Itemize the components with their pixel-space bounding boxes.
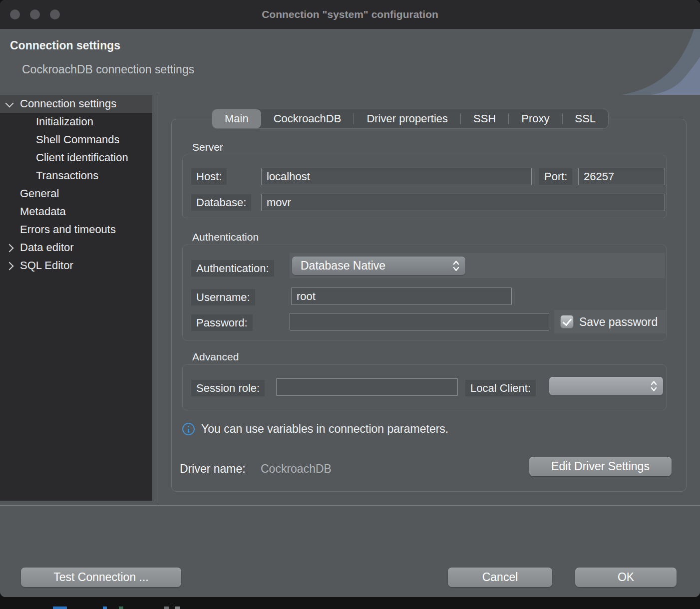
edit-driver-settings-button[interactable]: Edit Driver Settings — [529, 457, 672, 476]
driver-name-value: CockroachDB — [261, 462, 332, 476]
updown-chevrons-icon — [452, 260, 460, 272]
sidebar-item-initialization[interactable]: Initialization — [0, 113, 152, 131]
chevron-down-icon[interactable] — [5, 99, 14, 108]
connection-tabs: Main CockroachDB Driver properties SSH P… — [212, 109, 609, 129]
titlebar: Connection "system" configuration — [0, 0, 700, 29]
updown-chevrons-icon — [650, 380, 658, 392]
username-input[interactable] — [291, 288, 512, 305]
server-section-label: Server — [192, 141, 223, 153]
settings-tree: Connection settings Initialization Shell… — [0, 95, 152, 501]
sidebar-item-metadata[interactable]: Metadata — [0, 203, 152, 221]
page-subtitle: CockroachDB connection settings — [22, 63, 194, 76]
password-input[interactable] — [290, 313, 549, 330]
driver-name-label: Driver name: — [180, 462, 246, 476]
database-input[interactable] — [261, 194, 665, 211]
session-role-input[interactable] — [276, 378, 458, 396]
tab-ssl[interactable]: SSL — [563, 109, 609, 128]
save-password-checkbox[interactable] — [560, 315, 574, 328]
page-title: Connection settings — [10, 39, 120, 52]
chevron-right-icon[interactable] — [5, 262, 14, 271]
chevron-right-icon[interactable] — [5, 244, 14, 253]
authentication-selected-value: Database Native — [301, 259, 385, 272]
authentication-select[interactable]: Database Native — [292, 257, 465, 275]
test-connection-button[interactable]: Test Connection ... — [21, 568, 181, 587]
session-role-label: Session role: — [191, 380, 265, 396]
sidebar-item-connection-settings[interactable]: Connection settings — [0, 95, 152, 113]
window-title: Connection "system" configuration — [0, 0, 700, 29]
tab-proxy[interactable]: Proxy — [509, 109, 562, 128]
sidebar-item-sql-editor[interactable]: SQL Editor — [0, 257, 152, 275]
background-fragment — [175, 607, 180, 609]
sidebar-item-general[interactable]: General — [0, 185, 152, 203]
info-message: You can use variables in connection para… — [201, 422, 448, 436]
tab-ssh[interactable]: SSH — [461, 109, 508, 128]
connection-configuration-dialog: Connection "system" configuration Connec… — [0, 0, 700, 597]
save-password-group: Save password — [554, 310, 666, 333]
host-label: Host: — [191, 168, 227, 185]
username-label: Username: — [191, 289, 255, 305]
decorative-swoosh — [559, 29, 700, 95]
sidebar-item-shell-commands[interactable]: Shell Commands — [0, 131, 152, 149]
tab-main[interactable]: Main — [212, 109, 261, 128]
advanced-section-label: Advanced — [192, 351, 239, 363]
dialog-header: Connection settings CockroachDB connecti… — [0, 29, 700, 95]
authentication-section-label: Authentication — [192, 231, 259, 243]
local-client-select[interactable] — [549, 377, 663, 395]
ok-button[interactable]: OK — [575, 568, 677, 587]
sidebar-divider — [157, 95, 157, 505]
sidebar-item-errors-and-timeouts[interactable]: Errors and timeouts — [0, 221, 152, 239]
port-label: Port: — [539, 168, 572, 185]
background-fragment — [164, 607, 169, 609]
port-input[interactable] — [578, 168, 665, 185]
sidebar-item-client-identification[interactable]: Client identification — [0, 149, 152, 167]
sidebar-item-data-editor[interactable]: Data editor — [0, 239, 152, 257]
cancel-button[interactable]: Cancel — [448, 568, 552, 587]
background-fragment — [103, 607, 107, 609]
info-icon — [182, 423, 195, 435]
password-label: Password: — [191, 314, 253, 331]
host-input[interactable] — [261, 168, 532, 185]
authentication-label: Authentication: — [191, 260, 274, 277]
database-label: Database: — [191, 194, 251, 211]
tab-cockroachdb[interactable]: CockroachDB — [261, 109, 354, 128]
save-password-label: Save password — [579, 315, 658, 329]
background-fragment — [53, 607, 67, 609]
tab-driver-properties[interactable]: Driver properties — [354, 109, 460, 128]
background-fragment — [119, 607, 123, 609]
desktop-background-strip — [0, 597, 700, 609]
footer-divider — [0, 505, 700, 506]
local-client-label: Local Client: — [465, 380, 536, 396]
sidebar-item-transactions[interactable]: Transactions — [0, 167, 152, 185]
